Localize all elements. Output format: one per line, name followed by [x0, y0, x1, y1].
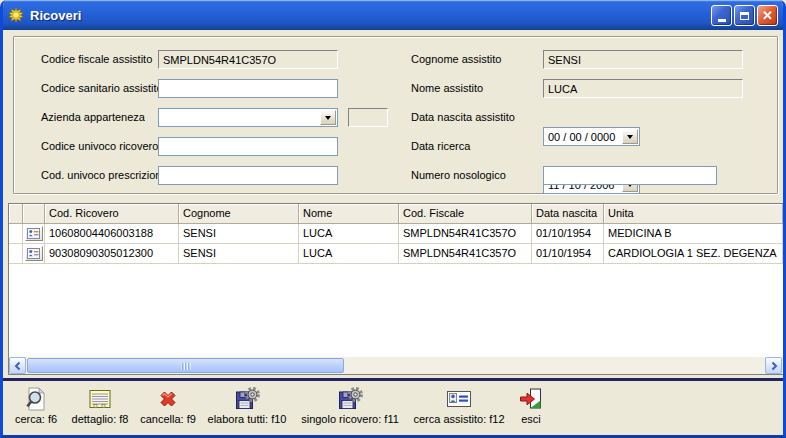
cell-cod-ricovero: 10608004406003188 — [45, 224, 179, 244]
cell-data-nascita: 01/10/1954 — [532, 224, 604, 244]
minimize-icon — [718, 19, 726, 22]
data-nascita-dropdown-button[interactable] — [622, 129, 638, 144]
exit-door-icon — [518, 386, 544, 412]
cell-unita: MEDICINA B — [604, 224, 783, 244]
codice-fiscale-label: Codice fiscale assistito — [41, 53, 152, 65]
header-cod-fiscale: Cod. Fiscale — [399, 204, 532, 224]
row-detail-button[interactable] — [25, 226, 43, 241]
maximize-button[interactable] — [734, 5, 755, 26]
table-row[interactable]: 90308090305012300 SENSI LUCA SMPLDN54R41… — [9, 244, 783, 264]
codice-fiscale-field: SMPLDN54R41C357O — [158, 50, 338, 69]
cerca-assistito-button[interactable]: cerca assistito: f12 — [411, 386, 507, 425]
detail-document-icon — [87, 386, 113, 412]
cognome-label: Cognome assistito — [411, 53, 502, 65]
patient-card-icon — [27, 228, 40, 239]
cell-cod-fiscale: SMPLDN54R41C357O — [399, 224, 532, 244]
azienda-code-field — [348, 108, 388, 127]
scroll-left-button[interactable] — [9, 357, 26, 374]
header-selector-col — [9, 204, 23, 224]
codice-sanitario-label: Codice sanitario assistito — [41, 82, 163, 94]
header-data-nascita: Data nascita — [532, 204, 604, 224]
codice-ricovero-input-wrap — [158, 137, 338, 156]
cognome-field: SENSI — [543, 50, 743, 69]
cerca-button[interactable]: cerca: f6 — [9, 386, 63, 425]
cell-cognome: SENSI — [179, 224, 299, 244]
azienda-label: Azienda apparteneza — [41, 111, 145, 123]
header-nome: Nome — [299, 204, 399, 224]
cancella-button[interactable]: cancella: f9 — [137, 386, 199, 425]
cod-prescrizione-label: Cod. univoco prescrizione — [41, 169, 168, 181]
window-title: Ricoveri — [30, 8, 81, 23]
cell-cod-ricovero: 90308090305012300 — [45, 244, 179, 264]
dettaglio-button[interactable]: dettaglio: f8 — [69, 386, 131, 425]
numero-nosologico-label: Numero nosologico — [411, 169, 506, 181]
minimize-button[interactable] — [711, 5, 732, 26]
esci-button[interactable]: esci — [513, 386, 549, 425]
title-bar[interactable]: Ricoveri ✕ — [0, 0, 786, 30]
row-detail-button[interactable] — [25, 246, 43, 261]
codice-sanitario-input[interactable] — [158, 79, 338, 98]
nome-field: LUCA — [543, 79, 743, 98]
delete-x-icon — [155, 386, 181, 412]
cell-cod-fiscale: SMPLDN54R41C357O — [399, 244, 532, 264]
floppy-gear-icon — [337, 386, 363, 412]
floppy-gear-icon — [234, 386, 260, 412]
numero-nosologico-input[interactable] — [543, 166, 717, 185]
cod-prescrizione-input[interactable] — [158, 166, 338, 185]
numero-nosologico-input-wrap — [543, 166, 717, 185]
cell-cognome: SENSI — [179, 244, 299, 264]
table-row[interactable]: 10608004406003188 SENSI LUCA SMPLDN54R41… — [9, 224, 783, 244]
data-nascita-label: Data nascita assistito — [411, 111, 515, 123]
cell-nome: LUCA — [299, 244, 399, 264]
ricoveri-window: Ricoveri ✕ Codice fiscale assistito SMPL… — [0, 0, 786, 438]
chevron-down-icon — [627, 135, 633, 139]
cod-prescrizione-input-wrap — [158, 166, 338, 185]
patient-search-card-icon — [446, 386, 472, 412]
close-icon: ✕ — [762, 9, 773, 22]
header-icon-col — [23, 204, 45, 224]
results-table: Cod. Ricovero Cognome Nome Cod. Fiscale … — [8, 203, 784, 375]
data-ricerca-label: Data ricerca — [411, 140, 470, 152]
maximize-icon — [740, 12, 749, 20]
search-document-icon — [23, 386, 49, 412]
azienda-combobox[interactable] — [158, 108, 338, 127]
singolo-ricovero-button[interactable]: singolo ricovero: f11 — [295, 386, 405, 425]
data-nascita-combobox[interactable]: 00 / 00 / 0000 — [543, 127, 640, 146]
table-header-row: Cod. Ricovero Cognome Nome Cod. Fiscale … — [9, 204, 783, 224]
codice-sanitario-input-wrap — [158, 79, 338, 98]
close-button[interactable]: ✕ — [757, 5, 778, 26]
elabora-tutti-button[interactable]: elabora tutti: f10 — [205, 386, 289, 425]
scrollbar-thumb[interactable] — [27, 358, 344, 373]
scroll-right-button[interactable] — [765, 357, 782, 374]
codice-ricovero-label: Codice univoco ricovero — [41, 140, 158, 152]
codice-ricovero-input[interactable] — [158, 137, 338, 156]
chevron-left-icon — [13, 361, 23, 371]
horizontal-scrollbar[interactable] — [9, 357, 783, 374]
header-cod-ricovero: Cod. Ricovero — [45, 204, 179, 224]
cell-data-nascita: 01/10/1954 — [532, 244, 604, 264]
cell-nome: LUCA — [299, 224, 399, 244]
header-unita: Unita — [604, 204, 783, 224]
azienda-dropdown-button[interactable] — [320, 110, 336, 125]
app-sun-icon — [8, 7, 24, 23]
nome-label: Nome assistito — [411, 82, 483, 94]
header-cognome: Cognome — [179, 204, 299, 224]
chevron-down-icon — [325, 116, 331, 120]
chevron-right-icon — [769, 361, 779, 371]
patient-card-icon — [27, 248, 40, 259]
bottom-toolbar: cerca: f6 dettaglio: f8 cancella: f9 — [3, 381, 783, 435]
cell-unita: CARDIOLOGIA 1 SEZ. DEGENZA — [604, 244, 783, 264]
